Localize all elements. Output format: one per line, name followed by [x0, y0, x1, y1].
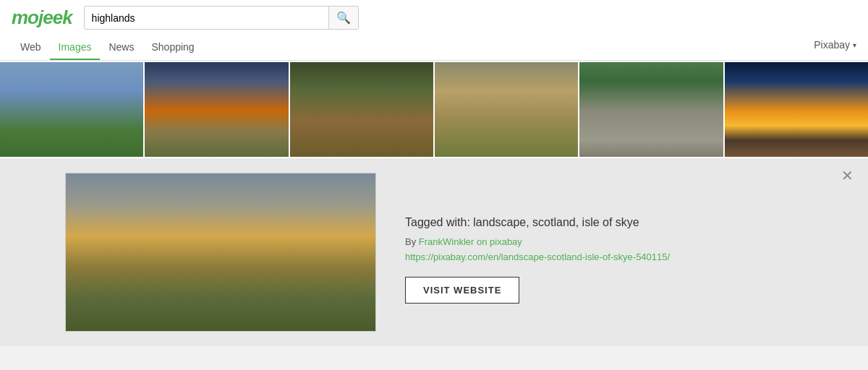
detail-author: By FrankWinkler on pixabay	[405, 236, 839, 247]
search-bar: 🔍	[84, 6, 359, 30]
search-button[interactable]: 🔍	[328, 7, 358, 29]
close-button[interactable]: ✕	[841, 168, 854, 183]
grid-image-4[interactable]	[435, 62, 578, 157]
visit-link[interactable]: https://pixabay.com/en/landscape-scotlan…	[405, 251, 670, 262]
images-grid	[0, 61, 868, 158]
detail-image	[65, 173, 376, 332]
source-label: Pixabay	[814, 39, 850, 51]
nav-shopping[interactable]: Shopping	[142, 35, 203, 60]
nav-news[interactable]: News	[100, 35, 142, 60]
nav-images[interactable]: Images	[50, 35, 101, 60]
grid-image-1[interactable]	[0, 62, 143, 157]
detail-link: https://pixabay.com/en/landscape-scotlan…	[405, 251, 839, 262]
grid-image-6[interactable]	[725, 62, 868, 157]
search-icon: 🔍	[336, 12, 351, 24]
grid-image-2-inner	[145, 62, 288, 157]
nav: Web Images News Shopping Pixabay ▾	[12, 35, 856, 60]
nav-web[interactable]: Web	[12, 35, 50, 60]
search-input[interactable]	[85, 8, 328, 28]
grid-image-2[interactable]	[145, 62, 288, 157]
grid-image-1-inner	[0, 62, 143, 157]
grid-image-3-inner	[290, 62, 433, 157]
grid-image-3[interactable]	[290, 62, 433, 157]
header-top: mojeek 🔍	[12, 6, 856, 30]
logo: mojeek	[12, 7, 72, 29]
detail-panel: ✕ Tagged with: landscape, scotland, isle…	[0, 158, 868, 346]
chevron-down-icon: ▾	[853, 41, 856, 49]
header: mojeek 🔍 Web Images News Shopping Pixaba…	[0, 0, 868, 61]
source-selector[interactable]: Pixabay ▾	[814, 39, 856, 56]
detail-info: Tagged with: landscape, scotland, isle o…	[405, 173, 839, 304]
author-prefix: By	[405, 236, 416, 247]
detail-title: Tagged with: landscape, scotland, isle o…	[405, 216, 839, 229]
grid-image-6-inner	[725, 62, 868, 157]
visit-website-button[interactable]: VISIT WEBSITE	[405, 277, 519, 304]
author-link[interactable]: FrankWinkler on pixabay	[419, 236, 522, 247]
grid-image-4-inner	[435, 62, 578, 157]
grid-image-5-inner	[579, 62, 723, 157]
grid-image-5[interactable]	[579, 62, 723, 157]
